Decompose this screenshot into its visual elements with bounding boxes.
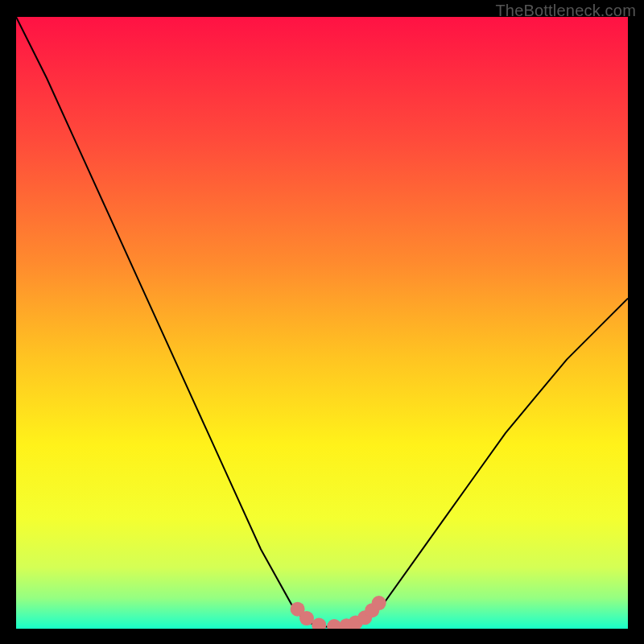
- curve-markers: [291, 596, 386, 629]
- watermark-text: TheBottleneck.com: [495, 2, 636, 20]
- marker-dot: [372, 596, 386, 610]
- chart-frame: TheBottleneck.com: [0, 0, 644, 644]
- marker-dot: [312, 617, 326, 629]
- marker-dot: [327, 619, 341, 629]
- curve-layer: [16, 17, 628, 629]
- plot-area: [16, 17, 628, 629]
- bottleneck-curve: [16, 17, 628, 627]
- marker-dot: [299, 611, 314, 625]
